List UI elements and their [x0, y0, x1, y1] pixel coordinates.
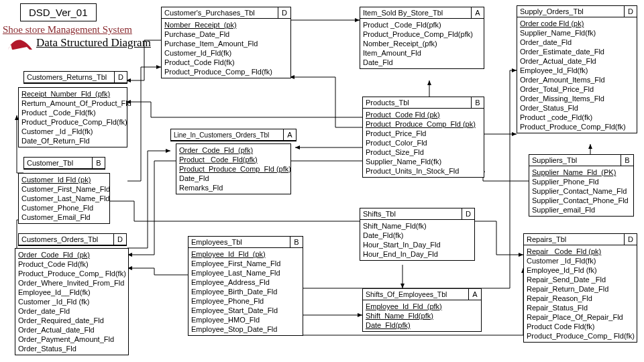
- table-products: Products_TblB Product_Code Fld (pk) Prod…: [362, 97, 484, 178]
- table-suppliers: Suppliers_TblB Supplier_Name_Fld_(PK) Su…: [529, 154, 634, 217]
- table-item-sold: Item_Sold By_Store_TblA Product _Code_Fl…: [360, 7, 484, 69]
- tbl-title: Customers_Returns_Tbl: [24, 72, 114, 82]
- table-repairs: Repairs_TblD Repair _Code_Fld (pk) Custo…: [523, 233, 637, 343]
- table-supply-orders: Supply_Orders_TblD Order code Fld (pk) S…: [517, 5, 637, 133]
- version-box: DSD_Ver_01: [20, 3, 97, 21]
- table-line-in-orders: Line_In_Customers_Orders_TblA: [170, 129, 297, 141]
- version-label: DSD_Ver_01: [29, 7, 88, 18]
- table-shifts: Shifts_TblD Shift_Name_Fld(fk) Date_Fld(…: [360, 208, 475, 261]
- table-customers-orders: Customers_Orders_TblD: [18, 233, 127, 246]
- project-title: Shoe store Management System: [3, 24, 132, 36]
- table-line-in-orders-body: Order_Code_Fld_(pfk) Product _Code_Fld(p…: [176, 143, 291, 194]
- diagram-subtitle: Data Structured Diagram: [36, 36, 151, 50]
- table-customer-body: Customer_Id Fld (pk) Customer_First_Name…: [18, 173, 110, 224]
- tbl-tag: D: [114, 72, 127, 82]
- table-customer: Customer_TblB: [23, 157, 105, 170]
- table-customers-returns-body: Receipt_Number_Fld_(pfk) Rerturn_Amount_…: [18, 87, 127, 147]
- table-customers-orders-body: Order_Code_Fld_(pk) Product_Code Fld(fk)…: [15, 248, 129, 355]
- table-customers-returns: Customers_Returns_TblD: [23, 71, 127, 84]
- table-customers-purchases: Customer's_Purchases_TblD Nomber_Receipt…: [161, 7, 291, 78]
- table-employees: Employees_TblB Employee_Id_Fld_(pk) Empl…: [188, 236, 303, 336]
- heel-icon: [7, 36, 34, 51]
- table-shifts-emp: Shifts_Of_Employees_TblA Employee_Id_Fld…: [362, 288, 482, 332]
